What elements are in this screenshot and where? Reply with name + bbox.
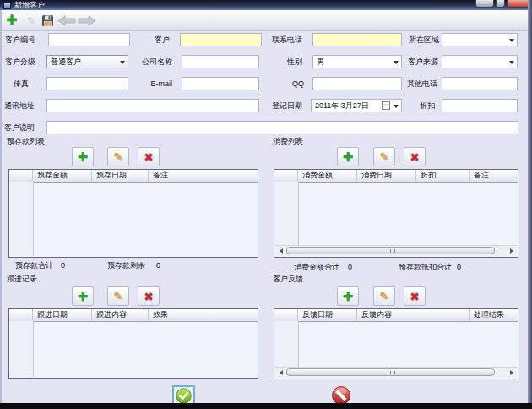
company-label: 公司名称	[142, 57, 172, 67]
other-phone-input[interactable]	[442, 77, 518, 90]
consume-add-button[interactable]: ✚	[337, 147, 359, 166]
feedback-grid: 反馈日期 反馈内容 处理结果	[274, 308, 518, 379]
deposit-remaining-label: 预存款剩余	[107, 261, 145, 270]
note-label: 客户说明	[4, 123, 35, 133]
scrollbar-thumb[interactable]	[286, 368, 495, 376]
customer-label: 客户	[155, 35, 170, 45]
back-icon	[57, 15, 76, 26]
deposit-remaining-value: 0	[156, 261, 160, 270]
plus-icon: ✚	[78, 150, 89, 163]
column-header[interactable]: 备注	[470, 170, 518, 182]
other-phone-label: 其他电话	[407, 79, 437, 89]
feedback-delete-button[interactable]: ✖	[404, 286, 426, 306]
follow-panel-title: 跟进记录	[7, 275, 37, 284]
new-customer-window: 新增客户 — ✚ ✎	[0, 0, 532, 409]
row-selector-header	[274, 309, 298, 321]
consume-edit-button[interactable]: ✎	[373, 147, 395, 166]
column-header[interactable]: 跟进日期	[33, 309, 92, 321]
date-picker[interactable]: 2011年 3月27日	[311, 99, 402, 112]
window-bottom-edge	[0, 403, 532, 409]
email-input[interactable]	[182, 77, 259, 90]
chevron-down-icon	[394, 105, 399, 108]
address-input[interactable]	[46, 99, 259, 112]
deposit-offset-value: 0	[457, 263, 461, 272]
horizontal-scrollbar[interactable]	[275, 367, 517, 378]
company-input[interactable]	[182, 55, 259, 68]
column-header[interactable]: 跟进内容	[92, 309, 149, 321]
region-select[interactable]	[442, 33, 518, 46]
forward-button-disabled	[77, 12, 97, 29]
follow-grid-header: 跟进日期 跟进内容 效果	[9, 309, 258, 322]
feedback-edit-button[interactable]: ✎	[373, 286, 395, 306]
gender-label: 性别	[287, 57, 302, 67]
scroll-left-arrow[interactable]	[276, 247, 285, 255]
feedback-panel-title: 客户反馈	[273, 275, 303, 284]
scrollbar-thumb[interactable]	[286, 247, 495, 254]
add-button[interactable]: ✚	[3, 12, 20, 29]
customer-id-label: 客户编号	[5, 35, 35, 45]
source-label: 客户来源	[408, 57, 438, 67]
column-header[interactable]: 折扣	[416, 170, 470, 182]
close-button[interactable]	[507, 0, 529, 8]
qq-input[interactable]	[312, 77, 402, 90]
delete-icon: ✖	[410, 291, 420, 303]
scroll-right-arrow[interactable]	[507, 247, 516, 255]
column-header[interactable]: 消费日期	[357, 170, 416, 182]
column-header[interactable]: 反馈日期	[298, 309, 357, 321]
consume-delete-button[interactable]: ✖	[404, 147, 426, 166]
level-select[interactable]: 普通客户	[46, 55, 128, 68]
follow-edit-button[interactable]: ✎	[107, 286, 129, 306]
deposit-delete-button[interactable]: ✖	[138, 147, 160, 166]
horizontal-scrollbar[interactable]	[275, 245, 517, 256]
deposit-add-button[interactable]: ✚	[72, 147, 94, 166]
consume-total-value: 0	[348, 263, 352, 272]
deposit-total-value: 0	[61, 261, 65, 270]
chevron-down-icon	[509, 61, 514, 64]
delete-icon: ✖	[144, 151, 154, 163]
save-button[interactable]	[39, 12, 56, 29]
follow-add-button[interactable]: ✚	[72, 286, 94, 306]
date-value: 2011年 3月27日	[315, 101, 369, 110]
minimize-button[interactable]: —	[475, 0, 494, 8]
discount-input[interactable]	[442, 99, 518, 112]
maximize-button[interactable]	[496, 0, 505, 8]
source-select[interactable]	[442, 55, 518, 68]
delete-icon: ✖	[144, 291, 154, 303]
window-right-border	[528, 0, 532, 409]
row-selector-header	[9, 170, 33, 182]
plus-icon: ✚	[343, 150, 354, 163]
column-header[interactable]: 备注	[149, 170, 258, 182]
date-label: 登记日期	[272, 101, 302, 111]
titlebar: 新增客户	[0, 0, 532, 10]
scroll-left-arrow[interactable]	[276, 368, 285, 377]
contact-phone-input[interactable]	[312, 33, 402, 46]
deposit-total-label: 预存款合计	[15, 261, 53, 270]
follow-delete-button[interactable]: ✖	[138, 286, 160, 306]
customer-id-input[interactable]	[48, 33, 130, 46]
region-label: 所在区域	[409, 35, 439, 45]
fax-input[interactable]	[46, 77, 128, 90]
consume-total-label: 消费金额合计	[294, 263, 339, 272]
column-header[interactable]: 处理结果	[470, 309, 518, 321]
add-icon: ✚	[6, 14, 17, 27]
column-header[interactable]: 效果	[149, 309, 258, 321]
note-input[interactable]	[46, 121, 518, 134]
gender-select[interactable]: 男	[312, 55, 402, 68]
feedback-add-button[interactable]: ✚	[337, 286, 359, 306]
calendar-icon	[382, 101, 390, 110]
column-header[interactable]: 预存日期	[92, 170, 149, 182]
consume-grid: 消费金额 消费日期 折扣 备注	[274, 169, 518, 258]
email-label: E-mail	[149, 79, 172, 89]
deposit-grid: 预存金额 预存日期 备注	[8, 169, 258, 258]
column-header[interactable]: 反馈内容	[357, 309, 470, 321]
customer-input[interactable]	[180, 33, 262, 46]
deposit-edit-button[interactable]: ✎	[107, 147, 129, 166]
row-selector-header	[9, 309, 33, 321]
contact-phone-label: 联系电话	[272, 35, 302, 45]
pencil-icon: ✎	[114, 151, 123, 162]
column-header[interactable]: 预存金额	[33, 170, 92, 182]
column-header[interactable]: 消费金额	[298, 170, 357, 182]
scroll-right-arrow[interactable]	[507, 368, 516, 377]
back-button-disabled	[57, 12, 77, 29]
address-label: 通讯地址	[4, 101, 35, 111]
